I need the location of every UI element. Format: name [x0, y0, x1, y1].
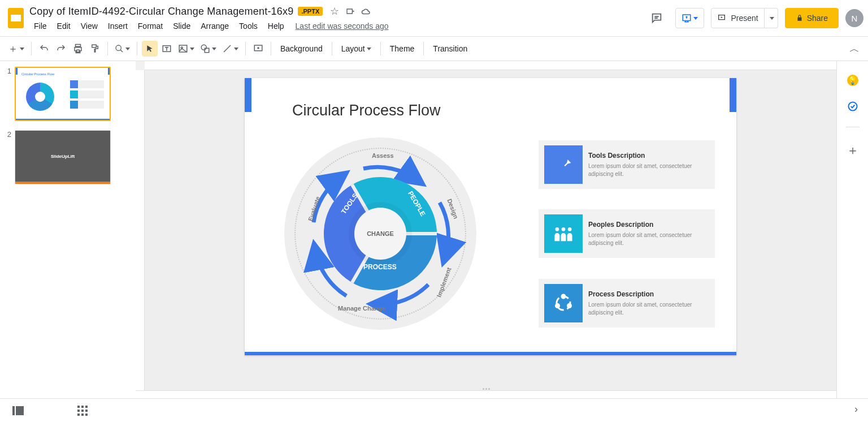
ruler-horizontal[interactable] — [145, 61, 836, 70]
print-button[interactable] — [70, 41, 86, 57]
present-label: Present — [731, 14, 758, 23]
transition-button[interactable]: Transition — [428, 41, 472, 57]
menu-slide[interactable]: Slide — [168, 20, 195, 32]
ruler-vertical[interactable] — [136, 70, 145, 390]
menu-insert[interactable]: Insert — [103, 20, 132, 32]
desc-card-process[interactable]: Process Description Lorem ipsum dolor si… — [539, 279, 715, 328]
filmstrip[interactable]: 1 Circular Process Flow 2 SlideUpLift — [0, 61, 136, 422]
outer-label-manage: Manage Change — [338, 305, 385, 312]
keep-icon[interactable]: 💡 — [847, 75, 858, 86]
slide-thumb-2[interactable]: SlideUpLift — [15, 130, 111, 184]
toolbar: ＋ Background Layout Theme Transition ︿ — [0, 36, 868, 61]
slide-thumb-1[interactable]: Circular Process Flow — [15, 67, 111, 121]
svg-rect-23 — [85, 410, 88, 412]
accent-bar — [245, 352, 736, 355]
thumb-number: 1 — [3, 67, 11, 121]
diagram-center: CHANGE — [354, 208, 406, 260]
menu-view[interactable]: View — [76, 20, 102, 32]
app-header: Copy of ItemID-4492-Circular Change Mana… — [0, 0, 868, 36]
zoom-button[interactable] — [112, 41, 132, 57]
slides-logo[interactable] — [5, 3, 27, 33]
canvas-scroll[interactable]: Circular Process Flow — [145, 70, 836, 390]
menu-edit[interactable]: Edit — [53, 20, 75, 32]
menu-format[interactable]: Format — [133, 20, 167, 32]
accent-bar — [245, 78, 251, 112]
menu-tools[interactable]: Tools — [235, 20, 262, 32]
svg-point-5 — [201, 45, 206, 50]
thumb-number: 2 — [3, 130, 11, 184]
redo-button[interactable] — [53, 41, 69, 57]
circular-diagram[interactable]: CHANGE TOOLS PEOPLE PROCESS Assess Desig… — [284, 137, 476, 330]
card-body: Lorem ipsum dolor sit amet, consectetuer… — [588, 301, 710, 316]
svg-point-13 — [568, 304, 571, 308]
notes-drag-handle[interactable] — [475, 388, 497, 393]
menu-file[interactable]: File — [29, 20, 51, 32]
theme-button[interactable]: Theme — [385, 41, 419, 57]
card-body: Lorem ipsum dolor sit amet, consectetuer… — [588, 162, 710, 178]
undo-button[interactable] — [36, 41, 52, 57]
svg-point-1 — [116, 45, 121, 50]
tasks-icon[interactable] — [847, 101, 858, 112]
addons-plus-icon[interactable]: ＋ — [847, 142, 859, 159]
document-title[interactable]: Copy of ItemID-4492-Circular Change Mana… — [29, 6, 293, 18]
comment-tool[interactable] — [250, 41, 266, 57]
svg-rect-16 — [12, 406, 15, 415]
pptx-badge: .PPTX — [298, 7, 323, 16]
layout-button[interactable]: Layout — [337, 41, 376, 57]
line-tool[interactable] — [220, 41, 241, 57]
grid-view-icon[interactable] — [76, 404, 89, 417]
collapse-toolbar-icon[interactable]: ︿ — [847, 41, 862, 57]
shape-tool[interactable] — [198, 41, 219, 57]
svg-rect-18 — [77, 406, 80, 408]
side-panel: 💡 ＋ — [836, 61, 868, 422]
svg-point-12 — [562, 295, 565, 298]
new-slide-button[interactable]: ＋ — [6, 41, 27, 57]
present-dropdown[interactable] — [765, 8, 778, 28]
comments-icon[interactable] — [645, 8, 669, 28]
svg-rect-25 — [81, 414, 84, 416]
slide-canvas[interactable]: Circular Process Flow — [245, 78, 736, 355]
hide-sidepanel-icon[interactable]: › — [854, 403, 858, 415]
process-icon — [544, 284, 583, 322]
desc-card-tools[interactable]: Tools Description Lorem ipsum dolor sit … — [539, 140, 715, 189]
paint-format-button[interactable] — [87, 41, 103, 57]
svg-point-14 — [556, 304, 559, 308]
thumb2-label: SlideUpLift — [15, 131, 110, 184]
account-avatar[interactable]: N — [845, 9, 863, 27]
svg-rect-26 — [85, 414, 88, 416]
star-icon[interactable]: ☆ — [329, 6, 340, 16]
svg-rect-6 — [205, 48, 209, 53]
svg-point-8 — [555, 227, 559, 231]
image-tool[interactable] — [176, 41, 197, 57]
share-label: Share — [807, 14, 828, 23]
card-body: Lorem ipsum dolor sit amet, consectetuer… — [588, 231, 710, 247]
background-button[interactable]: Background — [276, 41, 327, 57]
menu-bar: File Edit View Insert Format Slide Arran… — [29, 19, 645, 33]
svg-rect-24 — [77, 414, 80, 416]
menu-arrange[interactable]: Arrange — [196, 20, 233, 32]
card-title: Peoples Description — [588, 221, 710, 229]
outer-label-assess: Assess — [372, 152, 394, 159]
menu-help[interactable]: Help — [263, 20, 289, 32]
textbox-tool[interactable] — [159, 41, 175, 57]
svg-rect-21 — [77, 410, 80, 412]
bottom-bar — [0, 398, 868, 422]
svg-rect-20 — [85, 406, 88, 408]
card-title: Tools Description — [588, 152, 710, 160]
move-icon[interactable] — [345, 6, 355, 16]
desc-card-people[interactable]: Peoples Description Lorem ipsum dolor si… — [539, 209, 715, 258]
select-tool[interactable] — [142, 41, 158, 57]
svg-point-10 — [568, 227, 572, 231]
tools-icon — [544, 145, 583, 184]
slideshow-dropdown[interactable] — [675, 8, 704, 28]
filmstrip-view-icon[interactable] — [11, 404, 25, 417]
header-actions: Present Share N — [645, 3, 863, 28]
svg-rect-17 — [16, 406, 24, 415]
slide-title[interactable]: Circular Process Flow — [292, 102, 441, 119]
share-button[interactable]: Share — [785, 8, 839, 28]
accent-bar — [730, 78, 736, 112]
cloud-icon[interactable] — [361, 6, 371, 16]
last-edit-link[interactable]: Last edit was seconds ago — [296, 21, 389, 31]
title-block: Copy of ItemID-4492-Circular Change Mana… — [29, 3, 645, 33]
present-button[interactable]: Present — [711, 8, 764, 28]
